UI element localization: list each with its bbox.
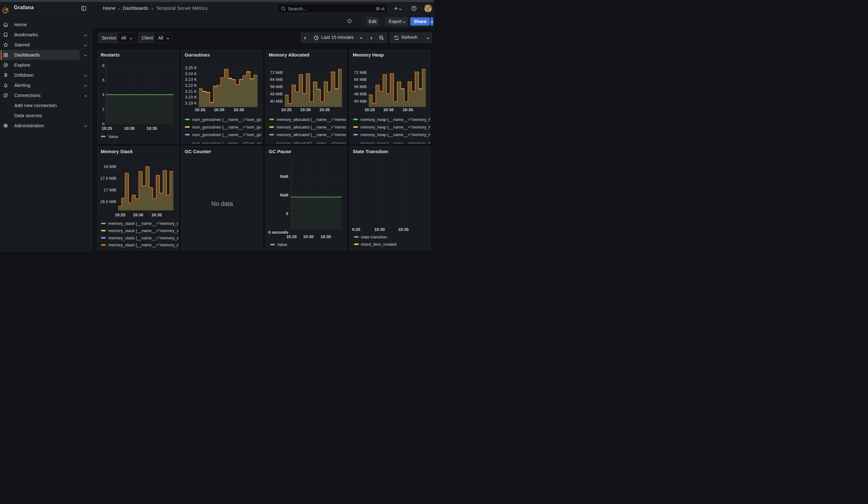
svg-text:10:25: 10:25 bbox=[281, 107, 291, 112]
svg-text:memory_heap {__name__="memory_: memory_heap {__name__="memory_h bbox=[360, 117, 431, 122]
svg-text:10:30: 10:30 bbox=[214, 107, 224, 112]
svg-text:10:35: 10:35 bbox=[146, 126, 157, 131]
svg-text:NaN: NaN bbox=[280, 192, 288, 197]
svg-text:0: 0 bbox=[286, 211, 288, 216]
svg-text:10:30: 10:30 bbox=[124, 126, 134, 131]
svg-text:10:35: 10:35 bbox=[320, 234, 331, 239]
svg-text:10:25: 10:25 bbox=[286, 234, 296, 239]
svg-text:memory_stack {__name__="memory: memory_stack {__name__="memory_s bbox=[108, 228, 179, 233]
svg-text:memory_heap {__name__="memory_: memory_heap {__name__="memory_h bbox=[360, 125, 431, 130]
svg-text:memory_heap {__name__="memory_: memory_heap {__name__="memory_h bbox=[360, 141, 431, 144]
svg-text:num_goroutines {__name__="num_: num_goroutines {__name__="num_go bbox=[192, 132, 261, 137]
svg-text:48 MiB: 48 MiB bbox=[354, 92, 366, 96]
svg-text:3.24 K: 3.24 K bbox=[185, 71, 197, 76]
svg-text:18 MiB: 18 MiB bbox=[104, 164, 116, 169]
svg-text:56 MiB: 56 MiB bbox=[354, 84, 366, 89]
svg-text:10:35: 10:35 bbox=[402, 107, 413, 112]
svg-text:memory_allocated {__name__="me: memory_allocated {__name__="memo bbox=[277, 117, 346, 122]
svg-text:0 seconds: 0 seconds bbox=[268, 229, 288, 234]
svg-text:Value: Value bbox=[277, 242, 287, 247]
svg-text:num_goroutines {__name__="num_: num_goroutines {__name__="num_go bbox=[192, 125, 261, 130]
svg-text:num_goroutines {__name__="num_: num_goroutines {__name__="num_go bbox=[192, 117, 261, 122]
svg-text:10:25: 10:25 bbox=[115, 213, 125, 217]
svg-text:17.5 MiB: 17.5 MiB bbox=[100, 176, 116, 181]
svg-text:10:35: 10:35 bbox=[234, 107, 244, 112]
svg-text:6: 6 bbox=[102, 78, 104, 82]
svg-text:64 MiB: 64 MiB bbox=[354, 77, 366, 82]
svg-text:10:35: 10:35 bbox=[319, 107, 330, 112]
svg-text:memory_stack {__name__="memory: memory_stack {__name__="memory_s bbox=[108, 221, 179, 226]
svg-text:10:30: 10:30 bbox=[303, 234, 313, 239]
svg-text:memory_heap {__name__="memory_: memory_heap {__name__="memory_h bbox=[360, 132, 431, 137]
svg-text:3.21 K: 3.21 K bbox=[185, 89, 197, 94]
svg-text:No data: No data bbox=[211, 200, 233, 207]
svg-text:Value: Value bbox=[108, 134, 118, 139]
svg-text:8: 8 bbox=[102, 63, 104, 68]
svg-text:3.25 K: 3.25 K bbox=[185, 65, 197, 70]
svg-text:2: 2 bbox=[102, 107, 104, 112]
svg-text:72 MiB: 72 MiB bbox=[354, 70, 366, 75]
svg-text:shard_item_created: shard_item_created bbox=[361, 241, 396, 246]
svg-text:memory_stack {__name__="memory: memory_stack {__name__="memory_s bbox=[108, 243, 179, 247]
svg-text:10:30: 10:30 bbox=[300, 107, 311, 112]
svg-text:64 MiB: 64 MiB bbox=[270, 77, 282, 82]
svg-text:NaN: NaN bbox=[280, 174, 288, 179]
svg-text:memory_allocated {__name__="me: memory_allocated {__name__="memo bbox=[277, 141, 346, 144]
svg-text:num_goroutines {__name__="num_: num_goroutines {__name__="num_go bbox=[192, 141, 261, 144]
svg-text:72 MiB: 72 MiB bbox=[270, 70, 282, 75]
svg-text:state transition: state transition bbox=[361, 234, 387, 239]
svg-text:56 MiB: 56 MiB bbox=[270, 84, 282, 89]
svg-text:3.20 K: 3.20 K bbox=[185, 95, 197, 100]
svg-text:3.22 K: 3.22 K bbox=[185, 83, 197, 88]
svg-text:3.19 K: 3.19 K bbox=[185, 101, 197, 105]
svg-text:0:25: 0:25 bbox=[352, 227, 360, 232]
svg-text:10:30: 10:30 bbox=[383, 107, 393, 112]
svg-text:0: 0 bbox=[102, 122, 104, 126]
svg-text:10:30: 10:30 bbox=[133, 213, 143, 217]
svg-text:3.23 K: 3.23 K bbox=[185, 77, 197, 82]
svg-text:40 MiB: 40 MiB bbox=[354, 99, 366, 104]
svg-text:10:30: 10:30 bbox=[374, 227, 385, 232]
svg-text:memory_stack {__name__="memory: memory_stack {__name__="memory_s bbox=[108, 235, 179, 240]
svg-text:4: 4 bbox=[102, 92, 104, 97]
svg-text:17 MiB: 17 MiB bbox=[104, 187, 116, 192]
svg-text:48 MiB: 48 MiB bbox=[270, 92, 282, 96]
svg-text:10:35: 10:35 bbox=[151, 213, 162, 217]
svg-text:10:35: 10:35 bbox=[398, 227, 409, 232]
svg-text:memory_allocated {__name__="me: memory_allocated {__name__="memo bbox=[277, 132, 346, 137]
svg-text:memory_allocated {__name__="me: memory_allocated {__name__="memo bbox=[277, 125, 346, 130]
svg-text:16.5 MiB: 16.5 MiB bbox=[100, 199, 116, 204]
svg-text:40 MiB: 40 MiB bbox=[270, 99, 282, 104]
svg-text:10:25: 10:25 bbox=[102, 126, 112, 131]
svg-text:10:25: 10:25 bbox=[364, 107, 375, 112]
svg-text:10:25: 10:25 bbox=[195, 107, 205, 112]
